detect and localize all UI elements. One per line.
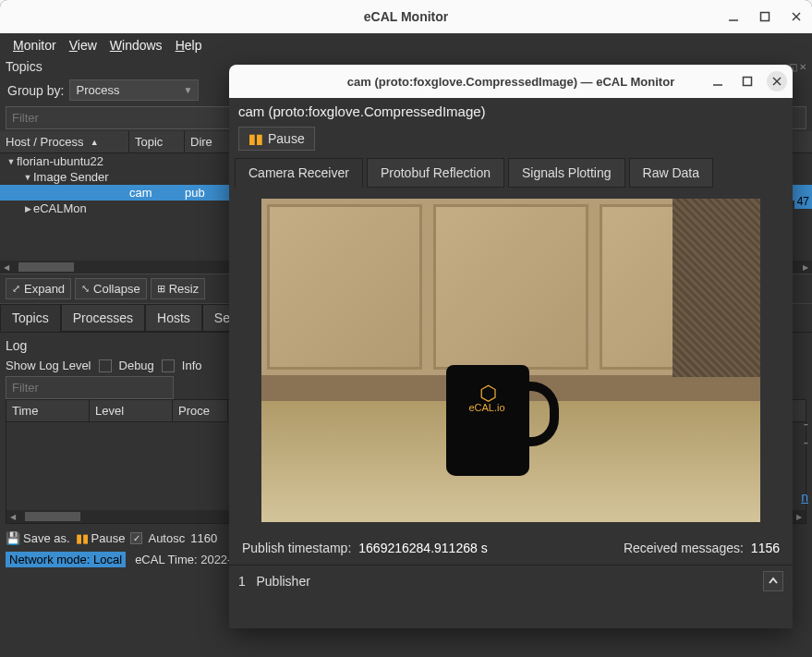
cabinet-panel [267,204,422,370]
child-window-controls [708,71,787,91]
groupby-dropdown[interactable]: Process ▼ [69,79,199,101]
expand-arrow-icon[interactable]: ▼ [22,173,33,182]
expand-button[interactable]: ⤢Expand [6,278,71,299]
sort-asc-icon: ▲ [91,138,99,147]
child-tabs: Camera Receiver Protobuf Reflection Sign… [229,158,793,188]
debug-label: Debug [119,359,154,372]
svg-rect-1 [761,13,770,21]
network-mode-badge: Network mode: Local [6,552,126,567]
groupby-label: Group by: [7,83,64,98]
pause-icon: ▮▮ [248,131,263,146]
scroll-thumb[interactable] [25,512,80,521]
selection-badge: 47 [794,194,812,209]
tab-raw-data[interactable]: Raw Data [629,158,713,188]
pause-stream-button[interactable]: ▮▮ Pause [238,127,315,151]
info-label: Info [182,359,202,372]
topics-label: Topics [6,59,42,74]
tree-col-topic[interactable]: Topic [129,131,185,152]
info-checkbox[interactable] [162,359,175,372]
tab-camera-receiver[interactable]: Camera Receiver [235,158,363,188]
menu-monitor[interactable]: Monitor [7,35,62,55]
child-close-button[interactable] [767,71,787,91]
chevron-up-icon [768,576,779,587]
close-icon [790,10,803,23]
tree-col-host[interactable]: Host / Process ▲ [0,131,129,152]
right-dash: - [804,434,808,451]
minimize-icon [727,10,740,23]
mug-handle [522,382,559,446]
pause-icon: ▮▮ [76,531,89,545]
tab-hosts[interactable]: Hosts [145,304,202,332]
svg-rect-5 [744,78,752,86]
child-maximize-button[interactable] [737,71,757,91]
child-title: cam (proto:foxglove.CompressedImage) — e… [347,75,674,89]
save-icon: 💾 [6,531,20,545]
tab-signals-plotting[interactable]: Signals Plotting [508,158,625,188]
maximize-icon [758,10,771,23]
tab-processes[interactable]: Processes [61,304,145,332]
tree-cam-dir: pub [185,186,231,200]
mug-logo: ⬡ eCAL.io [459,387,515,413]
mug-body: ⬡ eCAL.io [446,365,529,476]
menu-help[interactable]: Help [170,35,208,55]
camera-image: ⬡ eCAL.io [261,199,760,522]
collapse-arrow-icon[interactable]: ▶ [22,204,33,213]
main-titlebar: eCAL Monitor [0,0,812,33]
child-statusbar: 1 Publisher [229,565,793,597]
resize-button[interactable]: ⊞Resiz [151,278,206,299]
main-window-controls [723,6,806,27]
scroll-left-icon[interactable]: ◀ [0,261,13,274]
menu-view[interactable]: View [64,35,103,55]
tree-host-label: florian-ubuntu22 [17,154,146,168]
image-mug: ⬡ eCAL.io [446,365,557,494]
scroll-left-icon[interactable]: ◀ [6,510,19,523]
mug-text: eCAL.io [459,402,515,413]
collapse-button[interactable]: ⤡Collapse [75,278,147,299]
image-footer: Publish timestamp: 1669216284.911268 s R… [229,533,793,565]
menu-windows[interactable]: Windows [104,35,168,55]
image-area: ⬡ eCAL.io [229,188,793,533]
pause-row: ▮▮ Pause [229,125,793,158]
expand-arrow-icon[interactable]: ▼ [6,157,17,166]
right-link[interactable]: n [801,490,808,505]
minimize-icon [711,75,724,88]
log-col-time[interactable]: Time [6,400,90,421]
scroll-to-top-button[interactable] [763,571,783,591]
save-as-button[interactable]: 💾Save as. [6,531,70,545]
publisher-count: 1 [238,574,246,589]
tab-topics[interactable]: Topics [0,304,61,332]
log-count: 1160 [190,531,217,545]
menubar: Monitor View Windows Help [0,33,812,57]
tree-col-direction[interactable]: Dire [185,131,231,152]
publish-timestamp-label: Publish timestamp: [242,541,351,555]
right-dash: - [804,416,808,432]
image-basket [673,199,760,377]
chevron-down-icon: ▼ [184,85,193,95]
pause-logs-button[interactable]: ▮▮Pause [76,531,126,545]
panel-close-icon[interactable]: ✕ [799,62,806,72]
maximize-button[interactable] [755,6,775,27]
show-log-level-label: Show Log Level [6,359,91,372]
debug-checkbox[interactable] [99,359,112,372]
autoscroll-label: Autosc [148,531,185,545]
scroll-thumb[interactable] [18,262,74,272]
resize-icon: ⊞ [157,283,165,295]
log-col-process[interactable]: Proce [173,400,228,421]
publish-timestamp-value: 1669216284.911268 s [358,541,487,555]
autoscroll-checkbox[interactable]: ✓ [130,532,142,544]
child-minimize-button[interactable] [708,71,728,91]
log-filter-input[interactable] [6,376,174,399]
child-subtitle: cam (proto:foxglove.CompressedImage) [229,98,793,125]
log-col-level[interactable]: Level [90,400,173,421]
close-button[interactable] [786,6,806,27]
received-messages-value: 1156 [751,541,780,555]
groupby-value: Process [76,83,119,97]
scroll-right-icon[interactable]: ▶ [799,261,812,274]
main-title: eCAL Monitor [364,9,449,24]
tree-cam-topic: cam [129,186,185,200]
received-messages-label: Received messages: [624,541,744,555]
tab-protobuf-reflection[interactable]: Protobuf Reflection [367,158,504,188]
scroll-right-icon[interactable]: ▶ [793,510,806,523]
child-titlebar: cam (proto:foxglove.CompressedImage) — e… [229,65,793,98]
minimize-button[interactable] [723,6,744,27]
